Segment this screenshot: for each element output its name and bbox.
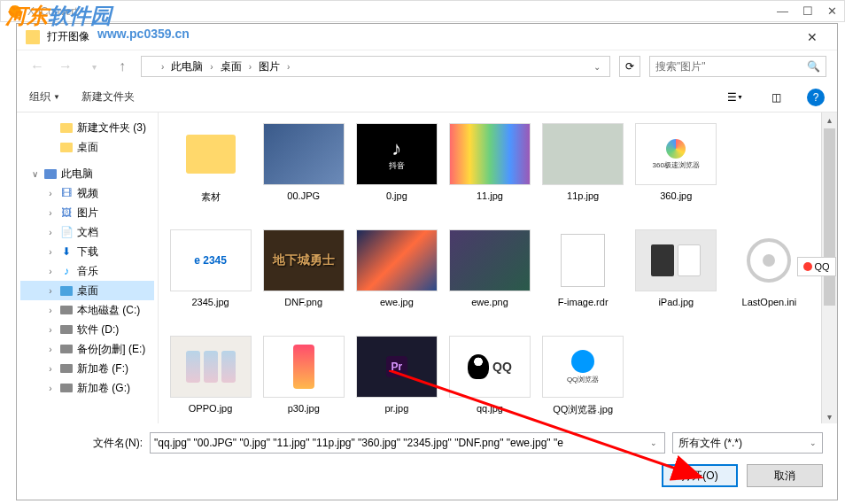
tree-twisty-icon[interactable]: › (45, 345, 56, 354)
tree-item-label: 此电脑 (61, 167, 93, 182)
address-bar[interactable]: › 此电脑 › 桌面 › 图片 › ⌄ (141, 56, 610, 77)
file-item[interactable]: OPPO.jpg (166, 332, 255, 423)
scroll-thumb[interactable] (824, 128, 835, 306)
file-item[interactable]: 抖音0.jpg (352, 120, 441, 222)
file-item[interactable]: QQ浏览器QQ浏览器.jpg (539, 332, 628, 423)
view-options-button[interactable]: ☰▼ (725, 89, 745, 106)
open-button[interactable]: 打开(O) (662, 464, 738, 487)
drive-icon (59, 361, 74, 376)
chevron-right-icon[interactable]: › (287, 62, 290, 72)
breadcrumb-item[interactable]: 此电脑 (167, 58, 206, 76)
file-item[interactable]: ewe.png (445, 226, 534, 329)
file-item[interactable]: 地下城勇士DNF.png (259, 226, 348, 329)
file-type-filter[interactable]: 所有文件 (*.*) ⌄ (672, 432, 823, 454)
new-folder-button[interactable]: 新建文件夹 (81, 89, 135, 105)
file-item[interactable]: QQqq.jpg (445, 332, 534, 423)
qq-penguin-icon (803, 262, 812, 271)
tree-item[interactable]: ›新加卷 (G:) (20, 378, 154, 398)
tree-item[interactable]: ›📄文档 (20, 222, 154, 242)
dialog-close-button[interactable]: ✕ (796, 28, 828, 46)
preview-pane-button[interactable]: ◫ (766, 89, 786, 106)
cancel-button[interactable]: 取消 (747, 464, 823, 487)
chevron-right-icon[interactable]: › (249, 62, 252, 72)
tree-item[interactable]: ›新加卷 (F:) (20, 359, 154, 378)
organize-menu[interactable]: 组织▼ (29, 89, 60, 105)
tree-twisty-icon[interactable]: › (45, 228, 56, 237)
file-name: 11p.jpg (567, 190, 599, 201)
breadcrumb-item[interactable]: 图片 (255, 58, 283, 76)
search-input[interactable] (655, 60, 807, 73)
tree-twisty-icon[interactable]: › (45, 286, 56, 296)
file-item[interactable]: 00.JPG (259, 120, 348, 222)
file-item[interactable]: F-image.rdr (539, 226, 628, 329)
search-box[interactable]: 🔍 (649, 56, 826, 77)
file-name: 素材 (201, 190, 221, 204)
tree-item[interactable]: ∨此电脑 (20, 164, 154, 183)
tree-item[interactable]: 新建文件夹 (3) (20, 118, 154, 137)
tree-item[interactable]: ›桌面 (20, 281, 154, 300)
tree-twisty-icon[interactable]: › (45, 384, 56, 393)
file-thumbnail (356, 229, 438, 291)
dialog-footer: 文件名(N): ⌄ 所有文件 (*.*) ⌄ 打开(O) 取消 (17, 423, 837, 500)
file-item[interactable]: 素材 (166, 120, 255, 222)
file-item[interactable]: Prpr.jpg (352, 332, 441, 423)
file-item[interactable]: ewe.jpg (352, 226, 441, 329)
file-item[interactable]: LastOpen.ini (725, 226, 814, 329)
folder-icon (59, 120, 74, 135)
file-item[interactable]: p30.jpg (259, 332, 348, 423)
breadcrumb-item[interactable]: 桌面 (217, 58, 245, 76)
doc-icon: 📄 (59, 225, 74, 239)
minimize-icon[interactable]: — (777, 4, 788, 18)
forward-button[interactable]: → (56, 57, 75, 76)
file-item[interactable]: e 23452345.jpg (166, 226, 255, 329)
scroll-down-icon[interactable]: ▾ (822, 409, 837, 423)
filename-combo[interactable]: ⌄ (150, 432, 665, 454)
chevron-right-icon[interactable]: › (210, 62, 213, 72)
tree-twisty-icon[interactable]: › (45, 364, 56, 374)
recent-dropdown[interactable]: ▾ (84, 57, 104, 76)
nav-row: ← → ▾ ↑ › 此电脑 › 桌面 › 图片 › ⌄ ⟳ 🔍 (17, 50, 837, 82)
scroll-up-icon[interactable]: ▴ (822, 112, 837, 127)
search-icon[interactable]: 🔍 (807, 60, 820, 73)
drive-icon (59, 342, 74, 356)
address-dropdown[interactable]: ⌄ (588, 62, 606, 72)
filename-input[interactable] (154, 437, 647, 449)
tree-twisty-icon[interactable]: › (45, 189, 56, 198)
tree-twisty-icon[interactable]: › (45, 306, 56, 315)
tree-item[interactable] (20, 157, 154, 164)
help-button[interactable]: ? (807, 89, 825, 106)
up-button[interactable]: ↑ (112, 57, 132, 76)
chevron-right-icon[interactable]: › (161, 62, 164, 72)
file-name: pr.jpg (384, 403, 408, 414)
tree-item[interactable]: ›备份[勿删] (E:) (20, 339, 154, 359)
tree-twisty-icon[interactable]: › (45, 325, 56, 335)
tree-item[interactable]: ›⬇下载 (20, 242, 154, 261)
maximize-icon[interactable]: ☐ (802, 4, 813, 18)
tree-item[interactable]: ›🎞视频 (20, 183, 154, 203)
file-item[interactable]: 11p.jpg (539, 120, 628, 222)
tree-twisty-icon[interactable]: ∨ (29, 169, 40, 179)
file-thumbnail: Pr (356, 336, 438, 398)
tree-item[interactable]: ›本地磁盘 (C:) (20, 300, 154, 320)
chevron-down-icon[interactable]: ⌄ (647, 438, 661, 447)
file-item[interactable]: 11.jpg (445, 120, 534, 222)
file-grid[interactable]: 素材00.JPG抖音0.jpg11.jpg11p.jpg360极速浏览器360.… (159, 112, 821, 423)
tree-item[interactable]: 桌面 (20, 137, 154, 157)
refresh-button[interactable]: ⟳ (619, 56, 640, 77)
drive-icon (59, 322, 74, 337)
folder-tree[interactable]: 新建文件夹 (3)桌面∨此电脑›🎞视频›🖼图片›📄文档›⬇下载›♪音乐›桌面›本… (17, 112, 159, 423)
qq-floating-badge[interactable]: QQ (797, 257, 836, 276)
close-icon[interactable]: ✕ (827, 4, 837, 18)
tree-item[interactable]: ›♪音乐 (20, 261, 154, 281)
file-item[interactable]: iPad.jpg (632, 226, 721, 329)
file-item[interactable]: 360极速浏览器360.jpg (632, 120, 721, 222)
tree-item-label: 音乐 (77, 264, 98, 279)
file-name: 0.jpg (386, 190, 407, 201)
back-button[interactable]: ← (27, 57, 47, 76)
tree-twisty-icon[interactable]: › (45, 267, 56, 276)
tree-twisty-icon[interactable]: › (45, 208, 56, 218)
tree-item[interactable]: ›🖼图片 (20, 203, 154, 222)
chevron-down-icon[interactable]: ⌄ (810, 438, 817, 447)
tree-item[interactable]: ›软件 (D:) (20, 320, 154, 339)
tree-twisty-icon[interactable]: › (45, 247, 56, 257)
